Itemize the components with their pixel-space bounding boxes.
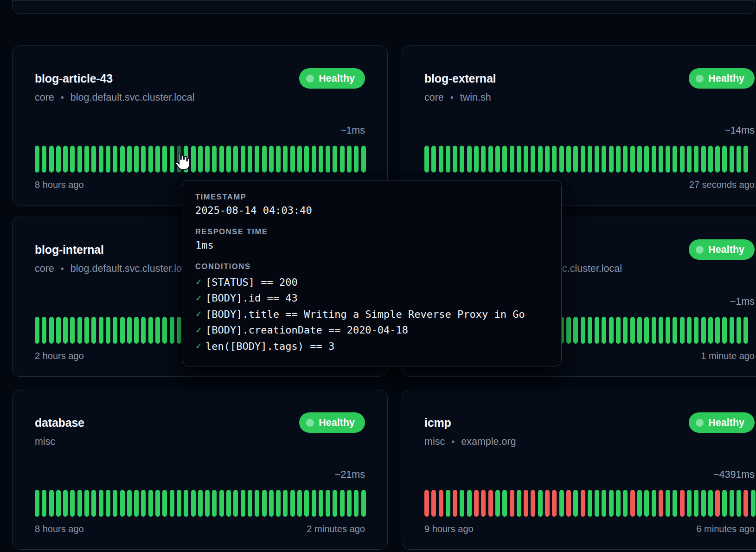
- uptime-bar-success[interactable]: [559, 146, 564, 173]
- uptime-bar-success[interactable]: [659, 317, 663, 344]
- uptime-bar-success[interactable]: [708, 490, 713, 517]
- uptime-bar-success[interactable]: [198, 146, 203, 173]
- uptime-bar-success[interactable]: [502, 490, 507, 517]
- uptime-bar-success[interactable]: [595, 146, 599, 173]
- uptime-bar-success[interactable]: [70, 146, 75, 173]
- uptime-bar-success[interactable]: [354, 146, 359, 173]
- uptime-bar-success[interactable]: [347, 146, 352, 173]
- uptime-bar-success[interactable]: [347, 490, 352, 517]
- uptime-bar-success[interactable]: [694, 317, 698, 344]
- uptime-bar-success[interactable]: [212, 490, 217, 517]
- uptime-bar-success[interactable]: [170, 317, 174, 344]
- uptime-bar-success[interactable]: [84, 490, 89, 517]
- uptime-bar-success[interactable]: [495, 490, 500, 517]
- uptime-bar-success[interactable]: [616, 146, 621, 173]
- uptime-bar-failure[interactable]: [453, 490, 457, 517]
- uptime-bar-success[interactable]: [70, 490, 75, 517]
- uptime-bar-success[interactable]: [701, 317, 706, 344]
- uptime-bar-success[interactable]: [134, 317, 139, 344]
- uptime-bar-success[interactable]: [737, 317, 741, 344]
- uptime-bar-success[interactable]: [602, 317, 606, 344]
- uptime-bar-strip[interactable]: [35, 146, 365, 173]
- endpoint-card-database[interactable]: database Healthy misc ~21ms 8 hours ago …: [12, 390, 388, 550]
- uptime-bar-success[interactable]: [666, 490, 670, 517]
- uptime-bar-success[interactable]: [35, 317, 39, 344]
- uptime-bar-success[interactable]: [91, 317, 96, 344]
- uptime-bar-success[interactable]: [609, 317, 614, 344]
- uptime-bar-success[interactable]: [77, 490, 82, 517]
- uptime-bar-success[interactable]: [488, 146, 493, 173]
- uptime-bar-success[interactable]: [162, 146, 167, 173]
- uptime-bar-success[interactable]: [573, 317, 578, 344]
- uptime-bar-success[interactable]: [77, 146, 82, 173]
- uptime-bar-success[interactable]: [460, 146, 464, 173]
- uptime-bar-success[interactable]: [588, 317, 592, 344]
- uptime-bar-success[interactable]: [276, 490, 281, 517]
- uptime-bar-success[interactable]: [637, 490, 642, 517]
- uptime-bar-success[interactable]: [162, 317, 167, 344]
- uptime-bar-success[interactable]: [666, 146, 670, 173]
- uptime-bar-success[interactable]: [134, 490, 139, 517]
- uptime-bar-success[interactable]: [652, 146, 656, 173]
- uptime-bar-failure[interactable]: [552, 490, 557, 517]
- uptime-bar-success[interactable]: [354, 490, 359, 517]
- uptime-bar-failure[interactable]: [566, 490, 571, 517]
- uptime-bar-success[interactable]: [652, 317, 656, 344]
- uptime-bar-success[interactable]: [155, 146, 160, 173]
- uptime-bar-success[interactable]: [595, 317, 599, 344]
- uptime-bar-success[interactable]: [361, 146, 366, 173]
- uptime-bar-failure[interactable]: [715, 490, 720, 517]
- uptime-bar-success[interactable]: [616, 490, 621, 517]
- uptime-bar-failure[interactable]: [680, 490, 685, 517]
- uptime-bar-success[interactable]: [481, 146, 486, 173]
- uptime-bar-success[interactable]: [106, 146, 110, 173]
- uptime-bar-success[interactable]: [630, 146, 635, 173]
- uptime-bar-success[interactable]: [659, 146, 663, 173]
- uptime-bar-failure[interactable]: [481, 490, 486, 517]
- uptime-bar-success[interactable]: [127, 146, 132, 173]
- uptime-bar-success[interactable]: [602, 146, 606, 173]
- uptime-bar-success[interactable]: [212, 146, 217, 173]
- uptime-bar-success[interactable]: [106, 490, 110, 517]
- uptime-bar-success[interactable]: [573, 146, 578, 173]
- uptime-bar-success[interactable]: [666, 317, 670, 344]
- uptime-bar-success[interactable]: [588, 146, 592, 173]
- uptime-bar-success[interactable]: [155, 490, 160, 517]
- uptime-bar-success[interactable]: [191, 146, 196, 173]
- uptime-bar-success[interactable]: [510, 146, 514, 173]
- uptime-bar-success[interactable]: [623, 490, 628, 517]
- uptime-bar-success[interactable]: [170, 490, 174, 517]
- uptime-bar-success[interactable]: [524, 146, 528, 173]
- uptime-bar-failure[interactable]: [531, 490, 535, 517]
- uptime-bar-success[interactable]: [609, 146, 614, 173]
- uptime-bar-success[interactable]: [99, 146, 103, 173]
- uptime-bar-success[interactable]: [248, 146, 252, 173]
- uptime-bar-success[interactable]: [205, 146, 210, 173]
- uptime-bar-success[interactable]: [269, 490, 274, 517]
- uptime-bar-success[interactable]: [326, 146, 330, 173]
- uptime-bar-success[interactable]: [42, 317, 46, 344]
- uptime-bar-success[interactable]: [255, 146, 259, 173]
- uptime-bar-success[interactable]: [290, 490, 295, 517]
- uptime-bar-success[interactable]: [226, 146, 231, 173]
- uptime-bar-success[interactable]: [340, 146, 345, 173]
- uptime-bar-success[interactable]: [205, 490, 210, 517]
- uptime-bar-success[interactable]: [262, 490, 267, 517]
- uptime-bar-success[interactable]: [630, 317, 635, 344]
- uptime-bar-success[interactable]: [751, 490, 756, 517]
- uptime-bar-success[interactable]: [276, 146, 281, 173]
- uptime-bar-success[interactable]: [708, 146, 713, 173]
- uptime-bar-success[interactable]: [198, 490, 203, 517]
- uptime-bar-success[interactable]: [312, 146, 316, 173]
- uptime-bar-success[interactable]: [42, 146, 46, 173]
- uptime-bar-success[interactable]: [113, 146, 117, 173]
- uptime-bar-success[interactable]: [283, 490, 288, 517]
- uptime-bar-success[interactable]: [637, 146, 642, 173]
- uptime-bar-failure[interactable]: [431, 490, 436, 517]
- uptime-bar-success[interactable]: [623, 146, 628, 173]
- uptime-bar-success[interactable]: [566, 317, 571, 344]
- uptime-bar-success[interactable]: [730, 490, 734, 517]
- uptime-bar-success[interactable]: [63, 146, 68, 173]
- uptime-bar-success[interactable]: [297, 490, 302, 517]
- uptime-bar-success[interactable]: [134, 146, 139, 173]
